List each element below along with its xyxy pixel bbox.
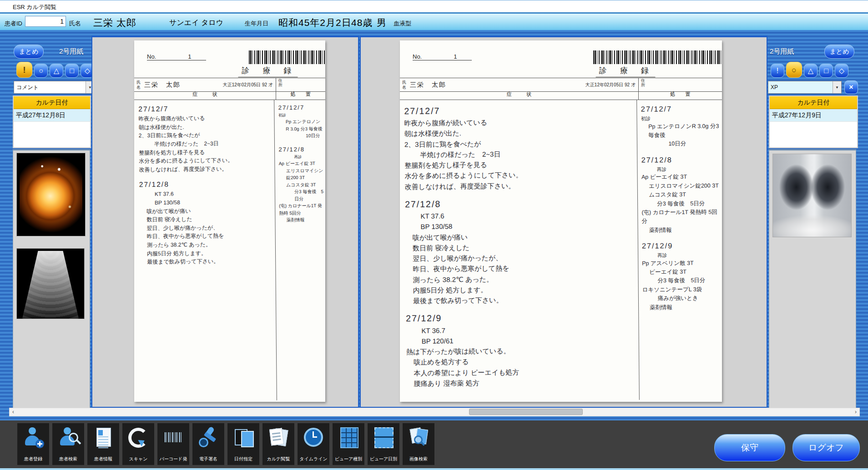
handwriting-line: 27/12/8	[278, 145, 323, 154]
handwriting-line: 27/12/8	[641, 154, 720, 165]
mark-filter-button[interactable]: ◇	[835, 64, 848, 78]
treatment-column-header: 処 置	[639, 91, 722, 100]
handwriting-line: 27/12/8	[405, 195, 636, 211]
mark-filter-button[interactable]: △	[50, 64, 63, 78]
chart-address-label: 住所	[278, 78, 284, 88]
toolbar-button-icon	[267, 426, 289, 448]
handwriting-line: 27/12/8	[139, 178, 273, 190]
chart-name-label: 氏名	[136, 80, 142, 90]
left-karte-date-rows: 平成27年12月8日	[14, 109, 90, 122]
karte-page[interactable]: No. 1 診 療 録 氏名 三栄 太郎 大正12年02月05日 92 才 住所	[134, 40, 325, 402]
chart-patient-row: 氏名 三栄 太郎 大正12年02月05日 92 才 住所	[400, 78, 722, 92]
handwriting-line: 最後まで飲み切って下さい。	[140, 257, 273, 266]
patient-name: 三栄 太郎	[93, 16, 136, 29]
toolbar-button-label: 患者登録	[24, 456, 42, 462]
toolbar-button[interactable]: 日付指定	[227, 423, 259, 465]
barcode-image	[593, 50, 722, 64]
handwriting-line: 分3 毎食後 5日分	[642, 276, 721, 286]
mark-filter-button[interactable]: !	[16, 62, 32, 78]
left-karte-date-list: カルテ日付 平成27年12月8日	[13, 95, 91, 148]
karte-date-row[interactable]: 平成27年12月9日	[770, 109, 857, 122]
scroll-left-icon[interactable]: ‹	[10, 409, 17, 415]
toolbar-button[interactable]: 画像検索	[403, 423, 434, 465]
handwriting-line: 痛みが強いとき	[642, 294, 722, 304]
right-karte-date-rows: 平成27年12月9日	[770, 109, 857, 122]
toolbar-button-icon	[22, 426, 44, 448]
page-no-label: No.	[413, 53, 422, 60]
toolbar-button-label: 患者情報	[94, 456, 112, 462]
dropdown-arrow-icon[interactable]: ▼	[833, 81, 841, 93]
handwriting-line: 初診	[641, 115, 720, 123]
right-clear-filter-button[interactable]: ×	[844, 80, 858, 94]
toolbar-button-icon	[162, 426, 184, 448]
toolbar-button[interactable]: バーコード発	[157, 423, 189, 465]
toolbar-button[interactable]: 患者情報	[87, 423, 119, 465]
left-comment-filter-value: コメント	[14, 84, 86, 91]
toolbar-button[interactable]: 患者検索	[52, 423, 84, 465]
right-image-type-combo[interactable]: XP ▼	[768, 81, 842, 94]
toolbar-button[interactable]: ビューア種別	[333, 423, 364, 465]
karte-page[interactable]: No. 1 診 療 録 氏名 三栄 太郎 大正12年02月05日 92 才 住所	[400, 40, 722, 402]
karte-date-header: カルテ日付	[770, 96, 857, 109]
toolbar-button[interactable]: 電子署名	[192, 423, 224, 465]
patient-age: 48歳	[351, 16, 373, 29]
chart-birth-text: 大正12年02月05日 92 才	[223, 82, 276, 88]
chart-body: 27/12/7昨夜から腹痛が続いている朝は水様便が出た.2、3日前に鶏を食べたが…	[134, 100, 325, 401]
handwriting-line: (屯) カロナール1T 発熱時 5回分	[641, 208, 721, 226]
mark-filter-button[interactable]: □	[819, 64, 833, 78]
chest-xray-image[interactable]	[773, 154, 851, 237]
patient-id-input[interactable]	[25, 16, 66, 27]
right-summary-button[interactable]: まとめ	[824, 45, 854, 59]
handwriting-line: 再診	[278, 154, 323, 160]
treatment-column: 27/12/7初診Pp エンテロノンR 3.0g 分3 毎食後10日分27/12…	[637, 100, 722, 401]
endoscopy-image[interactable]	[17, 153, 85, 236]
toolbar-button-icon	[338, 426, 359, 448]
patient-header-bar: 患者ID 氏名 三栄 太郎 サンエイ タロウ 生年月日 昭和45年2月2日 48…	[0, 12, 868, 31]
scrollbar-track[interactable]	[17, 408, 852, 416]
mark-filter-button[interactable]: !	[771, 64, 784, 78]
handwriting-line: ムコスタ錠 3T	[279, 181, 324, 188]
toolbar-button[interactable]: タイムライン	[298, 423, 329, 465]
handwriting-line: 測ったら 38.2℃ あった。	[140, 240, 273, 250]
mark-filter-button[interactable]: △	[804, 64, 818, 78]
handwriting-line: 薬剤情報	[279, 216, 324, 224]
mark-filter-button[interactable]: ○	[34, 64, 48, 78]
toolbar-button[interactable]: スキャン	[122, 423, 154, 465]
handwriting-line: Pp エンテロノンR 3.0g 分3 毎食後	[278, 118, 323, 133]
toolbar-button[interactable]: 患者登録	[17, 423, 49, 465]
handwriting-line: 27/12/9	[642, 240, 721, 251]
toolbar-button-icon	[373, 426, 394, 448]
chart-patient-name: 三栄 太郎	[410, 81, 446, 89]
handwriting-line: 27/12/7	[138, 103, 272, 115]
scroll-right-icon[interactable]: ›	[852, 409, 859, 415]
handwriting-line: 薬剤情報	[642, 303, 722, 312]
logoff-button[interactable]: ログオフ	[792, 434, 860, 461]
toolbar-button-icon	[408, 426, 429, 448]
maintenance-button[interactable]: 保守	[714, 434, 785, 461]
handwriting-line: エリスロマイシン錠200 3T	[641, 181, 721, 191]
left-summary-button[interactable]: まとめ	[14, 45, 44, 59]
handwriting-line: 分3 毎食後 5日分	[641, 199, 721, 209]
mark-filter-button[interactable]: ○	[786, 62, 802, 78]
handwriting-line: 薬剤情報	[642, 225, 721, 235]
toolbar-buttons: 患者登録 患者検索 患者情報 スキャン バーコード発 電子署名 日付指定	[17, 423, 434, 465]
chart-name-label: 氏名	[402, 80, 408, 90]
toolbar-button-label: 画像検索	[409, 456, 428, 462]
page-no-value: 1	[188, 53, 191, 60]
handwriting-line: 27/12/7	[278, 103, 323, 113]
toolbar-button[interactable]: カルテ閲覧	[262, 423, 294, 465]
toolbar-button-label: ビューア日別	[370, 456, 398, 462]
mark-filter-button[interactable]: □	[65, 64, 79, 78]
left-comment-filter-combo[interactable]: コメント ▼	[14, 81, 95, 94]
page-number: No. 1	[147, 53, 206, 60]
toolbar-button-label: 日付指定	[234, 456, 252, 462]
karte-date-row[interactable]: 平成27年12月8日	[14, 109, 90, 122]
ultrasound-image[interactable]	[17, 249, 84, 319]
handwriting-line: (屯) カロナール1T 発熱時 5回分	[279, 202, 324, 217]
toolbar-button[interactable]: ビューア日別	[368, 423, 399, 465]
left-thumbnail-panel	[13, 149, 90, 408]
bottom-toolbar: 患者登録 患者検索 患者情報 スキャン バーコード発 電子署名 日付指定	[0, 420, 868, 470]
horizontal-scrollbar[interactable]: ‹ ›	[9, 408, 860, 416]
toolbar-button-label: バーコード発	[160, 456, 187, 462]
scrollbar-thumb[interactable]	[469, 409, 582, 415]
